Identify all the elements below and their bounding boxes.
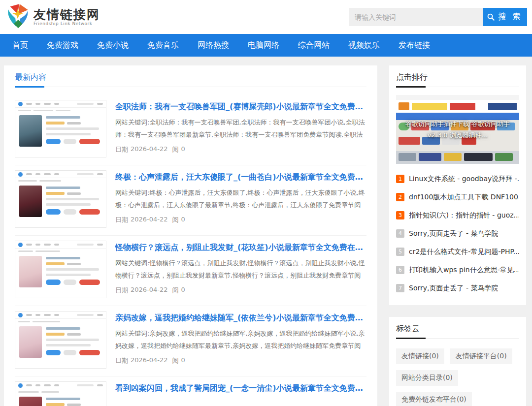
article-description: 网站关键词:终极：心声泄露后，汪大东傻眼了,终极：心声泄露后，汪大东傻眼了小说,… xyxy=(115,187,366,211)
search-input[interactable] xyxy=(349,8,483,26)
views-value: 0 xyxy=(181,286,185,295)
nav-item-free-games[interactable]: 免费游戏 xyxy=(47,40,78,51)
rank-item[interactable]: 2 dnf100版本加点工具下载 DNF100... xyxy=(396,188,519,206)
article-thumbnail[interactable] xyxy=(15,381,106,406)
site-logo[interactable]: 友情链接网 Friendship Link Network xyxy=(6,3,100,31)
book-cover xyxy=(19,326,42,358)
tag-cloud-panel: 标签云 友情链接(0) 友情链接平台(0) 网站分类目录(0) 免费外链发布平台… xyxy=(389,317,526,406)
latest-content-title: 最新内容 xyxy=(15,72,46,87)
nav-item-hot-search[interactable]: 网络热搜 xyxy=(198,40,229,51)
book-cover xyxy=(19,397,42,406)
article-description: 网站关键词:亲妈改嫁，逼我把婚约给继妹随军,亲妈改嫁，逼我把婚约给继妹随军小说,… xyxy=(115,327,366,352)
main-nav: 首页 免费游戏 免费小说 免费音乐 网络热搜 电脑网络 综合网站 视频娱乐 发布… xyxy=(0,34,532,57)
search-bar: 搜 索 xyxy=(349,8,527,26)
click-ranking-header: 点击排行 xyxy=(396,72,519,87)
featured-link-image[interactable]: 谷歌访问助手插件下载 谷歌访问助手 v2.3.0 浏览器插件... xyxy=(396,95,519,164)
rank-item-link: Sorry,页面走丢了 - 菜鸟学院 xyxy=(409,284,498,293)
rank-number-badge: 6 xyxy=(396,266,404,274)
article-meta: 日期 2026-04-22 阅 0 xyxy=(115,145,366,154)
article-thumbnail[interactable] xyxy=(15,170,106,228)
rank-item-link: Sorry,页面走丢了 - 菜鸟学院 xyxy=(409,229,498,238)
rank-number-badge: 1 xyxy=(396,175,404,183)
article-row: 看到凶案闪回，我成了警局团宠_(一念一清尘)小说最新章节全文免费在线阅读... xyxy=(15,376,366,406)
nav-item-video-entertainment[interactable]: 视频娱乐 xyxy=(348,40,380,51)
article-meta: 日期 2026-04-22 阅 0 xyxy=(115,216,366,224)
search-button-label: 搜 索 xyxy=(498,12,522,22)
rank-list: 1 Linux文件系统 - goodbay说拜拜 -... 2 dnf100版本… xyxy=(396,170,519,297)
article-description: 网站关键词:怪物横行？滚远点，别阻止我发财,怪物横行？滚远点，别阻止我发财小说,… xyxy=(115,257,366,281)
article-title-link[interactable]: 终极：心声泄露后，汪大东傻眼了_(一曲苍白)小说最新章节全文免费在线阅读... xyxy=(115,172,366,183)
article-title-link[interactable]: 全职法师：我有一支召唤兽军团_(赛博屎壳郎)小说最新章节全文免费在线阅读... xyxy=(115,102,366,112)
views-label: 阅 xyxy=(172,286,179,295)
tag-cloud-header: 标签云 xyxy=(396,324,519,339)
article-thumbnail[interactable] xyxy=(15,311,106,369)
article-row: 全职法师：我有一支召唤兽军团_(赛博屎壳郎)小说最新章节全文免费在线阅读... … xyxy=(15,95,366,165)
tag-item[interactable]: 友情链接平台(0) xyxy=(450,348,512,364)
book-cover xyxy=(19,256,42,287)
content-area: 最新内容 xyxy=(0,57,532,406)
views-value: 0 xyxy=(181,216,185,224)
book-cover xyxy=(19,186,42,217)
article-title-link[interactable]: 亲妈改嫁，逼我把婚约给继妹随军_(依依兰兮)小说最新章节全文免费在线阅读... xyxy=(115,313,366,323)
nav-item-general-sites[interactable]: 综合网站 xyxy=(298,40,330,51)
search-button[interactable]: 搜 索 xyxy=(483,8,527,26)
date-value: 2026-04-22 xyxy=(131,145,168,154)
rank-item-link: Linux文件系统 - goodbay说拜拜 -... xyxy=(409,175,519,184)
nav-item-computer-network[interactable]: 电脑网络 xyxy=(248,40,279,51)
date-label: 日期 xyxy=(115,145,128,154)
date-label: 日期 xyxy=(115,216,128,224)
article-row: 怪物横行？滚远点，别阻止我发财_(花玖笙)小说最新章节全文免费在线阅读下... … xyxy=(15,236,366,306)
rank-item[interactable]: 5 cr2是什么格式文件-常见问题-PHP... xyxy=(396,243,519,261)
search-icon xyxy=(487,13,495,21)
article-thumbnail[interactable] xyxy=(15,100,106,157)
date-label: 日期 xyxy=(115,286,128,295)
rank-number-badge: 4 xyxy=(396,229,404,238)
views-label: 阅 xyxy=(172,145,179,154)
article-description: 网站关键词:全职法师：我有一支召唤兽军团,全职法师：我有一支召唤兽军团小说,全职… xyxy=(115,116,366,141)
date-value: 2026-04-22 xyxy=(131,286,168,295)
nav-item-free-music[interactable]: 免费音乐 xyxy=(147,40,179,51)
rank-item[interactable]: 6 打印机输入wps pin什么意思-常见... xyxy=(396,261,519,279)
rank-number-badge: 7 xyxy=(396,284,404,292)
rank-number-badge: 2 xyxy=(396,193,404,201)
site-title: 友情链接网 xyxy=(33,8,100,22)
article-title-link[interactable]: 看到凶案闪回，我成了警局团宠_(一念一清尘)小说最新章节全文免费在线阅读... xyxy=(115,383,366,394)
site-subtitle: Friendship Link Network xyxy=(33,21,100,26)
rank-item[interactable]: 7 Sorry,页面走丢了 - 菜鸟学院 xyxy=(396,279,519,297)
tag-item[interactable]: 网站分类目录(0) xyxy=(396,370,458,386)
date-label: 日期 xyxy=(115,356,128,365)
article-row: 终极：心声泄露后，汪大东傻眼了_(一曲苍白)小说最新章节全文免费在线阅读... … xyxy=(15,165,366,236)
views-value: 0 xyxy=(181,356,185,365)
article-title-link[interactable]: 怪物横行？滚远点，别阻止我发财_(花玖笙)小说最新章节全文免费在线阅读下... xyxy=(115,243,366,253)
rank-number-badge: 5 xyxy=(396,248,404,256)
nav-item-publish-link[interactable]: 发布链接 xyxy=(399,40,430,51)
views-label: 阅 xyxy=(172,216,179,224)
page: 友情链接网 Friendship Link Network 搜 索 首页 免费游… xyxy=(0,0,532,406)
rank-item[interactable]: 1 Linux文件系统 - goodbay说拜拜 -... xyxy=(396,170,519,188)
article-meta: 日期 2026-04-22 阅 0 xyxy=(115,286,366,295)
featured-link-caption: 谷歌访问助手插件下载 谷歌访问助手 v2.3.0 浏览器插件... xyxy=(396,119,519,141)
article-row: 亲妈改嫁，逼我把婚约给继妹随军_(依依兰兮)小说最新章节全文免费在线阅读... … xyxy=(15,306,366,376)
latest-content-panel: 最新内容 xyxy=(4,65,377,406)
tag-cloud: 友情链接(0) 友情链接平台(0) 网站分类目录(0) 免费外链发布平台(0) xyxy=(396,346,519,406)
rank-item[interactable]: 3 指针知识(六)：指针的指针 - guoz... xyxy=(396,206,519,224)
tag-cloud-title: 标签云 xyxy=(396,324,420,338)
latest-content-header: 最新内容 xyxy=(15,72,366,87)
tag-item[interactable]: 免费外链发布平台(0) xyxy=(396,392,472,406)
views-value: 0 xyxy=(181,145,185,154)
article-meta: 日期 2026-04-22 阅 0 xyxy=(115,356,366,365)
article-thumbnail[interactable] xyxy=(15,241,106,298)
logo-text: 友情链接网 Friendship Link Network xyxy=(33,8,100,27)
nav-item-home[interactable]: 首页 xyxy=(12,40,28,51)
date-value: 2026-04-22 xyxy=(131,356,168,365)
tag-item[interactable]: 友情链接(0) xyxy=(396,348,444,364)
rank-item[interactable]: 4 Sorry,页面走丢了 - 菜鸟学院 xyxy=(396,224,519,243)
rank-number-badge: 3 xyxy=(396,211,404,219)
nav-item-free-novels[interactable]: 免费小说 xyxy=(97,40,129,51)
rank-item-link: 指针知识(六)：指针的指针 - guoz... xyxy=(409,211,519,220)
rank-item-link: dnf100版本加点工具下载 DNF100... xyxy=(409,193,519,202)
rank-item-link: 打印机输入wps pin什么意思-常见... xyxy=(409,266,519,275)
logo-pinwheel-icon xyxy=(6,3,30,31)
sidebar: 点击排行 xyxy=(389,65,526,406)
click-ranking-panel: 点击排行 xyxy=(389,65,526,305)
